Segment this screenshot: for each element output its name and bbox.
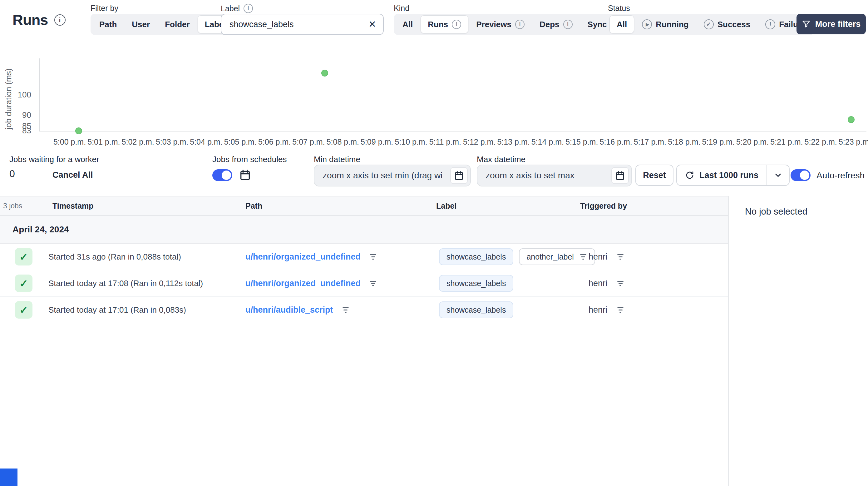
runs-table: 3 jobs Timestamp Path Label Triggered by…: [0, 196, 728, 323]
status-option-label: All: [617, 20, 627, 29]
user-filter-icon[interactable]: [616, 306, 625, 314]
success-check-icon: ✓: [15, 248, 32, 266]
bottom-left-widget[interactable]: [0, 468, 18, 486]
x-axis-tick: 5:08 p.m.: [327, 138, 359, 147]
run-timestamp: Started today at 17:08 (Ran in 0,112s to…: [49, 270, 203, 296]
x-axis-tick: 5:16 p.m.: [599, 138, 632, 147]
play-circle-icon: ▶: [642, 19, 652, 29]
kind-option-label: Deps: [539, 20, 560, 29]
kind-segmented: AllRunsiPreviewsiDepsiSynci: [394, 14, 629, 35]
table-row[interactable]: ✓Started today at 17:08 (Ran in 0,112s t…: [0, 270, 728, 297]
label-pill[interactable]: another_label: [519, 248, 595, 265]
x-axis-tick: 5:13 p.m.: [497, 138, 530, 147]
kind-option-runs[interactable]: Runsi: [421, 15, 468, 33]
more-filters-button[interactable]: More filters: [797, 14, 866, 34]
page-title: Runs: [12, 11, 48, 28]
run-dot[interactable]: [75, 127, 82, 134]
more-filters-label: More filters: [815, 19, 861, 29]
run-path-link[interactable]: u/henri/organized_undefined: [245, 252, 361, 262]
label-pill-text: showcase_labels: [446, 279, 506, 288]
date-group-header: April 24, 2024: [0, 216, 728, 244]
jobs-from-schedules-toggle[interactable]: [212, 169, 232, 181]
x-axis-tick: 5:10 p.m.: [395, 138, 427, 147]
status-option-success[interactable]: ✓Success: [696, 15, 758, 33]
table-body: ✓Started 31s ago (Ran in 0,088s total)u/…: [0, 244, 728, 323]
y-axis-tick: 100: [9, 90, 31, 99]
run-dot[interactable]: [321, 70, 328, 77]
info-icon: i: [452, 20, 461, 29]
run-timestamp: Started today at 17:01 (Ran in 0,083s): [49, 297, 186, 323]
clear-label-icon[interactable]: ✕: [368, 20, 376, 29]
labels-cell: showcase_labels: [439, 270, 513, 296]
run-dot[interactable]: [848, 116, 855, 123]
refresh-runs-button[interactable]: Last 1000 runs: [677, 165, 767, 185]
info-icon: i: [515, 20, 525, 29]
schedules-calendar-icon[interactable]: [239, 169, 251, 181]
cancel-all-button[interactable]: Cancel All: [53, 170, 93, 180]
column-header-label: Label: [436, 196, 457, 215]
table-header: 3 jobs Timestamp Path Label Triggered by: [0, 196, 728, 216]
alert-circle-icon: !: [765, 19, 775, 29]
path-filter-icon[interactable]: [369, 279, 377, 287]
auto-refresh-toggle[interactable]: [790, 169, 811, 181]
kind-option-all[interactable]: All: [395, 15, 420, 33]
x-axis-tick: 5:06 p.m.: [258, 138, 291, 147]
no-job-selected-text: No job selected: [745, 207, 868, 217]
label-pill[interactable]: showcase_labels: [439, 275, 513, 292]
kind-option-deps[interactable]: Depsi: [532, 15, 580, 33]
label-pill-text: showcase_labels: [446, 252, 506, 262]
run-timestamp: Started 31s ago (Ran in 0,088s total): [49, 244, 181, 270]
path-filter-icon[interactable]: [341, 306, 350, 314]
y-axis-tick: 83: [9, 126, 31, 135]
calendar-icon: [615, 170, 625, 181]
filterby-option-path[interactable]: Path: [92, 15, 124, 33]
info-icon: i: [563, 20, 572, 29]
status-option-all[interactable]: All: [610, 15, 634, 33]
label-pill-text: showcase_labels: [446, 305, 506, 314]
run-path-link[interactable]: u/henri/organized_undefined: [245, 279, 361, 288]
filterby-option-user[interactable]: User: [125, 15, 157, 33]
triggered-by-cell: henri: [589, 244, 625, 270]
filterby-option-folder[interactable]: Folder: [158, 15, 197, 33]
label-pill[interactable]: showcase_labels: [439, 301, 513, 318]
x-axis-tick: 5:07 p.m.: [292, 138, 325, 147]
table-row[interactable]: ✓Started today at 17:01 (Ran in 0,083s)u…: [0, 297, 728, 323]
max-datetime-input[interactable]: [486, 171, 611, 181]
run-path-link[interactable]: u/henri/audible_script: [245, 305, 333, 315]
runs-count-label: Last 1000 runs: [700, 171, 758, 180]
table-row[interactable]: ✓Started 31s ago (Ran in 0,088s total)u/…: [0, 244, 728, 270]
label-filter-field: ✕: [221, 14, 384, 35]
x-axis-tick: 5:03 p.m.: [156, 138, 188, 147]
label-filter-input[interactable]: [229, 20, 368, 29]
user-filter-icon[interactable]: [616, 253, 625, 261]
status-option-running[interactable]: ▶Running: [635, 15, 696, 33]
triggered-by-cell: henri: [589, 270, 625, 296]
label-filter-label-text: Label: [221, 4, 240, 13]
path-cell: u/henri/organized_undefined: [245, 244, 377, 270]
labels-cell: showcase_labels: [439, 297, 513, 323]
x-axis-tick: 5:15 p.m.: [565, 138, 598, 147]
label-pill[interactable]: showcase_labels: [439, 248, 513, 265]
triggered-by-cell: henri: [589, 297, 625, 323]
labels-cell: showcase_labelsanother_label: [439, 244, 595, 270]
x-axis-tick: 5:05 p.m.: [224, 138, 257, 147]
status-segmented: All▶Running✓Success!Failure: [608, 14, 814, 35]
label-filter-icon[interactable]: [579, 253, 588, 261]
path-filter-icon[interactable]: [369, 253, 377, 261]
x-axis-tick: 5:09 p.m.: [361, 138, 393, 147]
filter-by-label: Filter by: [91, 4, 118, 13]
runs-count-dropdown[interactable]: [767, 165, 789, 185]
min-datetime-input[interactable]: [322, 171, 450, 181]
status-option-label: Success: [717, 20, 751, 29]
user-filter-icon[interactable]: [616, 279, 625, 287]
calendar-icon: [454, 170, 464, 181]
min-datetime-label: Min datetime: [314, 155, 360, 164]
min-datetime-calendar-button[interactable]: [450, 167, 468, 184]
x-axis-tick: 5:01 p.m.: [87, 138, 120, 147]
max-datetime-calendar-button[interactable]: [611, 167, 629, 184]
kind-option-previews[interactable]: Previewsi: [469, 15, 532, 33]
reset-button[interactable]: Reset: [636, 164, 674, 186]
jobs-waiting-label: Jobs waiting for a worker: [9, 155, 99, 164]
runs-count-button-group: Last 1000 runs: [676, 164, 789, 186]
x-axis-line: [39, 131, 866, 131]
